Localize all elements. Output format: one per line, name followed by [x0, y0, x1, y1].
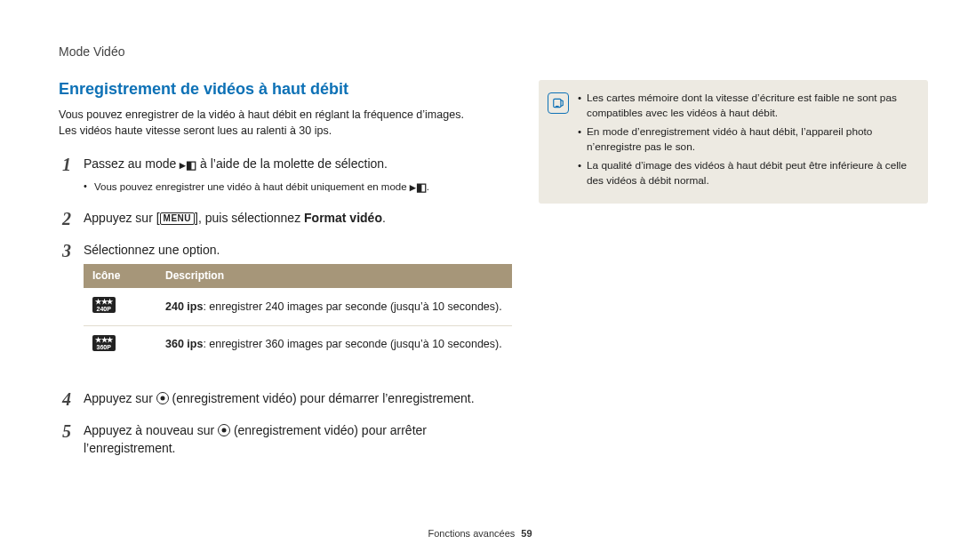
note-item: Les cartes mémoire dont la vitesse d’écr…: [578, 91, 916, 121]
option-rest: : enregistrer 240 images par seconde (ju…: [203, 300, 501, 313]
note-icon: [548, 92, 569, 114]
table-row: ★★★240P 240 ips: enregistrer 240 images …: [84, 288, 512, 325]
step-2-pre: Appuyez sur [: [84, 211, 160, 225]
step-number: 5: [59, 421, 71, 458]
note-list: Les cartes mémoire dont la vitesse d’écr…: [578, 91, 916, 193]
step-3: 3 Sélectionnez une option. Icône Descrip…: [59, 241, 512, 377]
option-bold: 240 ips: [165, 300, 203, 313]
step-number: 2: [59, 209, 71, 228]
options-table: Icône Description ★★★240P: [84, 264, 512, 363]
step-5-pre: Appuyez à nouveau sur: [84, 423, 218, 437]
steps-list: 1 Passez au mode ▸◧ à l’aide de la molet…: [59, 155, 512, 457]
step-1-note: Vous pouvez enregistrer une vidéo à haut…: [84, 180, 512, 196]
option-bold: 360 ips: [165, 338, 203, 350]
step-number: 4: [59, 389, 71, 409]
step-body: Passez au mode ▸◧ à l’aide de la molette…: [84, 155, 512, 196]
step-1-post: à l’aide de la molette de sélection.: [196, 156, 388, 171]
fps-240-icon: ★★★240P: [92, 297, 116, 313]
step-1-pre: Passez au mode: [84, 156, 180, 171]
table-row: ★★★360P 360 ips: enregistrer 360 images …: [84, 325, 512, 363]
footer-section: Fonctions avancées: [428, 528, 515, 539]
step-1-sub-pre: Vous pouvez enregistrer une vidéo à haut…: [94, 181, 410, 192]
icon-top: ★★★: [95, 298, 113, 306]
step-body: Appuyez sur [MENU], puis sélectionnez Fo…: [84, 209, 512, 228]
record-icon: [218, 424, 230, 436]
col-icon-header: Icône: [84, 264, 156, 288]
page-number: 59: [521, 528, 532, 539]
step-2: 2 Appuyez sur [MENU], puis sélectionnez …: [59, 209, 512, 228]
icon-top: ★★★: [95, 336, 113, 344]
step-5: 5 Appuyez à nouveau sur (enregistrement …: [59, 421, 512, 458]
step-body: Appuyez sur (enregistrement vidéo) pour …: [84, 389, 512, 409]
content-columns: Enregistrement de vidéos à haut débit Vo…: [59, 80, 928, 469]
note-item: En mode d’enregistrement vidéo à haut dé…: [578, 124, 916, 155]
step-1-sub-post: .: [427, 181, 429, 192]
manual-page: Mode Vidéo Enregistrement de vidéos à ha…: [0, 0, 960, 560]
intro-text: Vous pouvez enregistrer de la vidéo à ha…: [59, 108, 512, 139]
note-box: Les cartes mémoire dont la vitesse d’écr…: [539, 80, 928, 204]
page-header: Mode Vidéo: [59, 44, 928, 59]
step-body: Appuyez à nouveau sur (enregistrement vi…: [84, 421, 512, 458]
movie-mode-icon: ▸◧: [410, 180, 427, 196]
record-icon: [156, 392, 169, 404]
icon-bot: 360P: [97, 344, 111, 350]
icon-bot: 240P: [97, 306, 111, 312]
step-2-bold: Format vidéo: [304, 211, 382, 225]
option-desc-cell: 360 ips: enregistrer 360 images par seco…: [156, 325, 512, 363]
option-icon-cell: ★★★360P: [84, 325, 156, 363]
option-desc-cell: 240 ips: enregistrer 240 images par seco…: [156, 288, 512, 325]
step-2-mid: ], puis sélectionnez: [195, 211, 304, 225]
page-footer: Fonctions avancées 59: [0, 528, 960, 539]
note-item: La qualité d’image des vidéos à haut déb…: [578, 158, 916, 188]
step-2-post: .: [382, 211, 386, 225]
step-1: 1 Passez au mode ▸◧ à l’aide de la molet…: [59, 155, 512, 196]
step-number: 1: [59, 155, 71, 196]
intro-line-1: Vous pouvez enregistrer de la vidéo à ha…: [59, 108, 464, 121]
col-desc-header: Description: [156, 264, 512, 288]
movie-mode-icon: ▸◧: [180, 157, 196, 174]
intro-line-2: Les vidéos haute vitesse seront lues au …: [59, 124, 332, 137]
step-4-pre: Appuyez sur: [84, 391, 156, 405]
step-3-text: Sélectionnez une option.: [84, 243, 220, 257]
option-icon-cell: ★★★240P: [84, 288, 156, 325]
section-title: Enregistrement de vidéos à haut débit: [59, 80, 512, 99]
option-rest: : enregistrer 360 images par seconde (ju…: [203, 338, 501, 350]
left-column: Enregistrement de vidéos à haut débit Vo…: [59, 80, 512, 469]
step-number: 3: [59, 241, 71, 377]
step-4-post: (enregistrement vidéo) pour démarrer l’e…: [169, 391, 475, 405]
right-column: Les cartes mémoire dont la vitesse d’écr…: [539, 80, 928, 469]
step-4: 4 Appuyez sur (enregistrement vidéo) pou…: [59, 389, 512, 409]
step-body: Sélectionnez une option. Icône Descripti…: [84, 241, 512, 377]
fps-360-icon: ★★★360P: [92, 335, 116, 351]
menu-button-icon: MENU: [160, 212, 195, 225]
